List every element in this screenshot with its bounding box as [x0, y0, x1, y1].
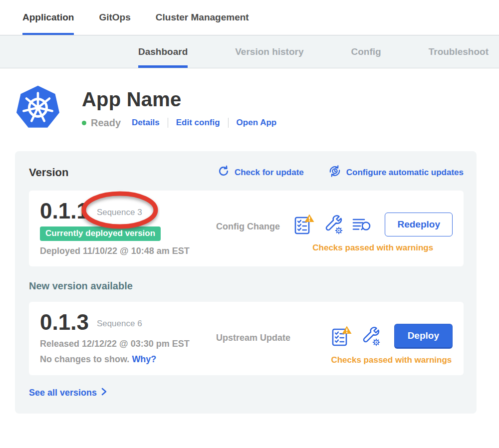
- open-app-link[interactable]: Open App: [237, 118, 277, 128]
- nav-tab-gitops[interactable]: GitOps: [99, 0, 130, 35]
- new-checks-status: Checks passed with warnings: [331, 355, 452, 365]
- current-version-card: 0.1.1 Sequence 3 Currently deployed vers…: [29, 191, 464, 266]
- deploy-button[interactable]: Deploy: [394, 324, 453, 349]
- app-header: App Name Ready Details Edit config Open …: [15, 83, 499, 133]
- see-all-versions-link[interactable]: See all versions: [29, 387, 108, 399]
- check-for-update-link[interactable]: Check for update: [217, 165, 304, 180]
- nav-tab-application[interactable]: Application: [22, 0, 74, 35]
- view-files-icon[interactable]: [352, 216, 372, 233]
- subnav-tab-dashboard[interactable]: Dashboard: [138, 35, 188, 68]
- new-sequence-label: Sequence 6: [97, 316, 142, 329]
- see-all-versions-label: See all versions: [29, 388, 97, 398]
- subnav-tab-config[interactable]: Config: [351, 35, 381, 68]
- status-dot: [82, 121, 86, 125]
- new-version-number: 0.1.3: [40, 311, 89, 334]
- app-status-row: Ready Details Edit config Open App: [82, 117, 276, 129]
- check-for-update-label: Check for update: [235, 168, 304, 178]
- deployed-timestamp: Deployed 11/10/22 @ 10:48 am EST: [40, 246, 207, 256]
- no-changes-text: No changes to show.: [40, 354, 129, 364]
- configure-automatic-updates-label: Configure automatic updates: [346, 168, 464, 178]
- refresh-icon: [217, 165, 230, 180]
- released-timestamp: Released 12/12/22 @ 03:30 pm EST: [40, 339, 207, 349]
- redeploy-button[interactable]: Redeploy: [385, 213, 453, 236]
- edit-config-link[interactable]: Edit config: [176, 118, 220, 128]
- new-version-available-heading: New version available: [29, 280, 464, 292]
- preflight-checks-warning-icon[interactable]: [330, 325, 352, 347]
- auto-update-clock-icon: [328, 164, 342, 181]
- current-sequence-label: Sequence 3: [97, 205, 142, 218]
- configure-automatic-updates-link[interactable]: Configure automatic updates: [328, 164, 464, 181]
- no-changes-line: No changes to show. Why?: [40, 354, 207, 365]
- version-panel: Version Check for update: [15, 151, 477, 414]
- divider: [228, 118, 229, 128]
- app-sub-navigation: Dashboard Version history Config Trouble…: [0, 35, 499, 68]
- subnav-tab-version-history[interactable]: Version history: [235, 35, 303, 68]
- preflight-checks-warning-icon[interactable]: [293, 214, 315, 235]
- current-version-source: Config Change: [216, 222, 280, 232]
- subnav-tab-troubleshoot[interactable]: Troubleshoot: [429, 35, 489, 68]
- page-title: App Name: [82, 88, 276, 111]
- config-wrench-icon[interactable]: [360, 325, 381, 347]
- kubernetes-logo-icon: [15, 83, 61, 133]
- new-version-source: Upstream Update: [216, 333, 290, 343]
- divider: [168, 118, 168, 128]
- nav-tab-cluster-management[interactable]: Cluster Management: [156, 0, 249, 35]
- new-version-card: 0.1.3 Sequence 6 Released 12/12/22 @ 03:…: [29, 302, 464, 375]
- why-link[interactable]: Why?: [132, 354, 156, 364]
- currently-deployed-badge: Currently deployed version: [40, 226, 161, 241]
- status-text: Ready: [91, 117, 121, 129]
- top-navigation: Application GitOps Cluster Management: [0, 0, 499, 35]
- config-wrench-icon[interactable]: [323, 214, 344, 235]
- version-panel-title: Version: [29, 166, 68, 179]
- current-version-number: 0.1.1: [40, 200, 89, 223]
- details-link[interactable]: Details: [132, 118, 160, 128]
- current-checks-status: Checks passed with warnings: [312, 243, 433, 253]
- chevron-right-icon: [100, 387, 108, 399]
